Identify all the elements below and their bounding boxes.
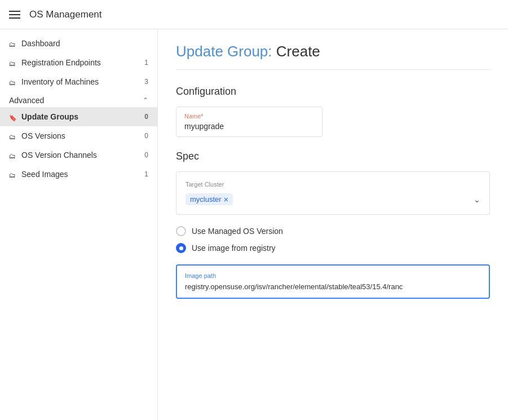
radio-managed-os[interactable]: Use Managed OS Version: [176, 226, 490, 236]
sidebar-item-label: Registration Endpoints: [21, 58, 101, 67]
cluster-tag: mycluster ×: [185, 193, 233, 205]
main-layout: Dashboard Registration Endpoints 1 Inven…: [0, 29, 508, 420]
sidebar-badge: 0: [139, 132, 148, 140]
sidebar-item-dashboard[interactable]: Dashboard: [0, 34, 157, 53]
sidebar-item-label: Update Groups: [21, 112, 78, 121]
image-path-label: Image path: [185, 272, 481, 279]
app-header: OS Management: [0, 0, 508, 29]
sidebar-item-seed-images[interactable]: Seed Images 1: [0, 165, 157, 184]
tag-remove-button[interactable]: ×: [224, 196, 228, 204]
sidebar-badge: 0: [139, 113, 148, 121]
radio-group: Use Managed OS Version Use image from re…: [176, 226, 490, 253]
advanced-section-header[interactable]: Advanced ⌃: [9, 96, 148, 105]
sidebar-item-os-versions[interactable]: OS Versions 0: [0, 126, 157, 145]
sidebar-badge: 1: [139, 59, 148, 67]
hamburger-menu[interactable]: [9, 11, 20, 19]
image-path-box[interactable]: Image path registry.opensuse.org/isv/ran…: [176, 264, 490, 299]
sidebar-item-label: Dashboard: [21, 39, 60, 48]
dropdown-arrow-icon[interactable]: ⌄: [474, 195, 480, 204]
folder-icon: [9, 170, 17, 178]
name-field-value: myupgrade: [184, 122, 314, 131]
advanced-section: Advanced ⌃: [0, 91, 157, 107]
sidebar-item-update-groups[interactable]: Update Groups 0: [0, 107, 157, 126]
sidebar-item-os-version-channels[interactable]: OS Version Channels 0: [0, 145, 157, 165]
image-path-value: registry.opensuse.org/isv/rancher/elemen…: [185, 282, 481, 291]
app-title: OS Management: [29, 9, 102, 20]
main-content: Update Group: Create Configuration Name*…: [158, 29, 508, 420]
radio-outer-registry[interactable]: [176, 243, 186, 253]
name-field[interactable]: Name* myupgrade: [176, 107, 323, 137]
chevron-up-icon: ⌃: [143, 96, 148, 104]
folder-icon: [9, 59, 17, 67]
sidebar: Dashboard Registration Endpoints 1 Inven…: [0, 29, 158, 420]
name-field-label: Name*: [184, 113, 314, 120]
target-cluster-label: Target Cluster: [185, 181, 480, 188]
radio-image-registry[interactable]: Use image from registry: [176, 243, 490, 253]
sidebar-badge: 0: [139, 151, 148, 159]
page-title: Update Group: Create: [176, 43, 490, 60]
radio-label-managed: Use Managed OS Version: [192, 227, 283, 236]
sidebar-badge: 3: [139, 78, 148, 86]
radio-outer-managed[interactable]: [176, 226, 186, 236]
folder-icon: [9, 39, 17, 47]
page-title-action: Create: [276, 43, 320, 60]
folder-icon: [9, 78, 17, 86]
advanced-label: Advanced: [9, 96, 44, 105]
spec-section-title: Spec: [176, 151, 490, 162]
sidebar-badge: 1: [139, 170, 148, 178]
sidebar-item-inventory[interactable]: Inventory of Machines 3: [0, 72, 157, 91]
folder-icon: [9, 151, 17, 159]
tag-label: mycluster: [190, 195, 222, 204]
sidebar-item-label: OS Versions: [21, 131, 65, 140]
page-title-prefix: Update Group:: [176, 43, 276, 60]
sidebar-item-label: Seed Images: [21, 170, 68, 179]
title-divider: [176, 69, 490, 70]
sidebar-item-label: OS Version Channels: [21, 151, 97, 160]
sidebar-item-registration-endpoints[interactable]: Registration Endpoints 1: [0, 53, 157, 72]
bookmark-icon: [9, 113, 17, 121]
configuration-section-title: Configuration: [176, 86, 490, 98]
radio-inner-dot: [179, 246, 183, 250]
radio-label-registry: Use image from registry: [192, 244, 276, 253]
target-cluster-box[interactable]: Target Cluster mycluster × ⌄: [176, 171, 490, 215]
folder-icon: [9, 132, 17, 140]
sidebar-item-label: Inventory of Machines: [21, 77, 99, 86]
